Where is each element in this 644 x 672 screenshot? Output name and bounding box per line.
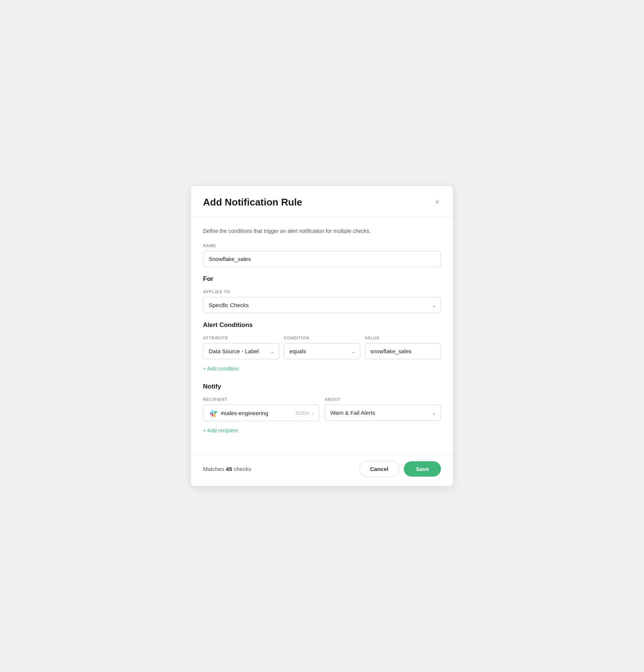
condition-select-wrapper: equals not equals contains ⌄ (284, 343, 360, 359)
soda-chevron-icon: ⌄ (311, 410, 314, 416)
condition-field-wrapper: CONDITION equals not equals contains ⌄ (284, 336, 360, 359)
add-recipient-button[interactable]: + Add recipient (203, 428, 238, 434)
value-input[interactable] (365, 343, 441, 359)
notify-grid: RECIPIENT (203, 397, 441, 421)
attribute-label: ATTRIBUTE (203, 336, 279, 340)
applies-to-select[interactable]: Specific Checks All Checks (203, 297, 441, 313)
recipient-label: RECIPIENT (203, 397, 319, 402)
conditions-grid: ATTRIBUTE Data Source - Label Check Name… (203, 336, 441, 359)
recipient-wrapper: RECIPIENT (203, 397, 319, 421)
value-label: VALUE (365, 336, 441, 340)
about-label: ABOUT (325, 397, 441, 402)
notify-section-title: Notify (203, 383, 441, 390)
close-icon: × (435, 198, 439, 206)
about-wrapper: ABOUT Warn & Fail Alerts Fail Alerts Onl… (325, 397, 441, 421)
attribute-select[interactable]: Data Source - Label Check Name Tag (203, 343, 279, 359)
modal-footer: Matches 45 checks Cancel Save (191, 454, 453, 486)
soda-badge: SODA ⌄ (295, 410, 314, 416)
recipient-field[interactable]: #sales-engineering SODA ⌄ (203, 405, 319, 421)
close-button[interactable]: × (433, 196, 441, 207)
matches-suffix: checks (232, 466, 251, 472)
recipient-name: #sales-engineering (221, 410, 292, 416)
for-section: For APPLIES TO Specific Checks All Check… (203, 275, 441, 313)
attribute-select-wrapper: Data Source - Label Check Name Tag ⌄ (203, 343, 279, 359)
name-input[interactable] (203, 251, 441, 267)
attribute-field-wrapper: ATTRIBUTE Data Source - Label Check Name… (203, 336, 279, 359)
soda-badge-text: SODA (295, 410, 309, 416)
matches-count: 45 (226, 466, 232, 472)
condition-label: CONDITION (284, 336, 360, 340)
matches-prefix: Matches (203, 466, 226, 472)
save-button[interactable]: Save (404, 461, 441, 477)
name-section: NAME (203, 243, 441, 267)
alert-conditions-section: Alert Conditions ATTRIBUTE Data Source -… (203, 321, 441, 380)
alert-conditions-title: Alert Conditions (203, 321, 441, 329)
for-section-title: For (203, 275, 441, 283)
notify-section: Notify RECIPIENT (203, 383, 441, 442)
name-label: NAME (203, 243, 441, 248)
description-text: Define the conditions that trigger an al… (203, 227, 441, 235)
add-notification-rule-modal: Add Notification Rule × Define the condi… (191, 186, 453, 486)
applies-to-wrapper: Specific Checks All Checks ⌄ (203, 297, 441, 313)
modal-title: Add Notification Rule (203, 196, 302, 208)
condition-select[interactable]: equals not equals contains (284, 343, 360, 359)
slack-icon (208, 408, 218, 418)
value-field-wrapper: VALUE (365, 336, 441, 359)
applies-to-label: APPLIES TO (203, 290, 441, 294)
modal-header: Add Notification Rule × (191, 186, 453, 217)
matches-text: Matches 45 checks (203, 466, 251, 472)
add-condition-button[interactable]: + Add condition (203, 366, 239, 372)
modal-body: Define the conditions that trigger an al… (191, 217, 453, 451)
footer-buttons: Cancel Save (359, 461, 441, 477)
cancel-button[interactable]: Cancel (359, 461, 399, 477)
about-select[interactable]: Warn & Fail Alerts Fail Alerts Only All … (325, 405, 441, 421)
about-select-wrapper: Warn & Fail Alerts Fail Alerts Only All … (325, 405, 441, 421)
